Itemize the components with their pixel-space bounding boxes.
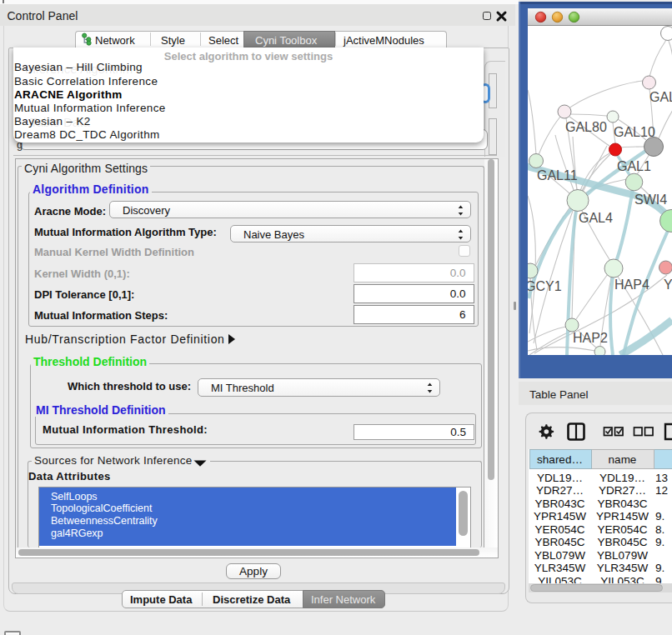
svg-text:GAL1: GAL1 bbox=[617, 159, 651, 173]
svg-text:GCY1: GCY1 bbox=[528, 279, 562, 293]
svg-text:GAL11: GAL11 bbox=[537, 168, 578, 182]
svg-text:SWI4: SWI4 bbox=[634, 192, 667, 207]
svg-text:HAP2: HAP2 bbox=[573, 331, 608, 345]
svg-text:GAL80: GAL80 bbox=[565, 120, 607, 134]
svg-text:YJ: YJ bbox=[664, 278, 672, 292]
svg-text:GAL4: GAL4 bbox=[579, 211, 613, 225]
svg-text:GAL3: GAL3 bbox=[649, 90, 672, 104]
svg-text:HAP4: HAP4 bbox=[614, 278, 649, 292]
svg-text:GAL10: GAL10 bbox=[614, 125, 655, 139]
